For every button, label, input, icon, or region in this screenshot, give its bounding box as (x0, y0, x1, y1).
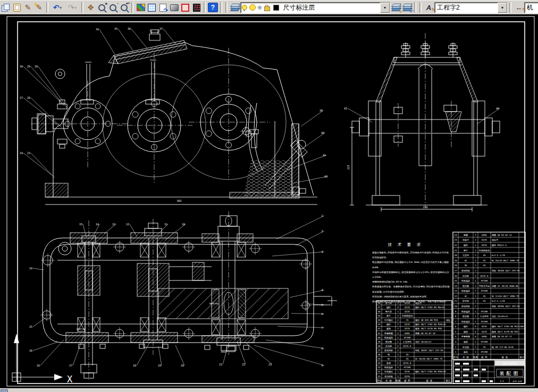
redo-dropdown-icon[interactable]: ▾ (75, 6, 77, 10)
svg-text:m=2.5 z=20: m=2.5 z=20 (492, 300, 505, 302)
svg-text:Q235-A: Q235-A (404, 345, 411, 347)
layer-combo-arrow[interactable]: ▼ (380, 3, 390, 13)
svg-text:45: 45 (483, 264, 486, 267)
redo-button[interactable]: ↷▾ (65, 2, 80, 13)
svg-text:滚动轴承: 滚动轴承 (461, 269, 470, 272)
svg-text:1: 1 (397, 375, 399, 378)
ole-object-button[interactable] (180, 2, 191, 13)
svg-text:46: 46 (496, 107, 499, 110)
dim-style-combobox[interactable]: 机 (524, 2, 538, 13)
layers-button[interactable] (229, 2, 240, 13)
svg-text:45: 45 (483, 254, 486, 257)
svg-text:垫圈: 垫圈 (464, 234, 468, 236)
svg-text:组合: 组合 (446, 319, 450, 322)
svg-text:1: 1 (475, 340, 476, 343)
cad-drawing[interactable]: 技 术 要 求 减速器装配前,所有零件用煤油清洗,滚动轴承用汽油清洗,机体内不允… (0, 14, 538, 388)
svg-text:2: 2 (397, 345, 399, 347)
svg-text:箱座: 箱座 (464, 340, 468, 343)
svg-text:检查减速器剖分面、各接触面及密封处,均不得漏油,剖分面允许涂: 检查减速器剖分面、各接触面及密封处,均不得漏油,剖分面允许涂以密封胶 (372, 285, 450, 288)
format-painter-button[interactable]: ✎ϟ (33, 2, 45, 13)
undo-dropdown-icon[interactable]: ▾ (60, 6, 62, 10)
zoom-window-button[interactable]: ▫ (107, 2, 119, 13)
undo-button[interactable]: ↶▾ (50, 2, 65, 13)
svg-text:9: 9 (455, 310, 457, 313)
svg-text:45: 45 (378, 314, 381, 317)
layer-combobox[interactable]: ❀ 尺寸标注层 ▼ (240, 2, 390, 13)
svg-text:40H7/k6: 40H7/k6 (209, 302, 218, 305)
svg-text:滚动轴承: 滚动轴承 (461, 305, 470, 308)
svg-text:箱盖: 箱盖 (464, 351, 468, 353)
svg-text:16: 16 (37, 364, 40, 367)
render-settings-button[interactable] (135, 2, 146, 13)
zoom-previous-button[interactable]: ↩ (119, 2, 130, 13)
svg-text:轴: 轴 (465, 264, 467, 267)
svg-text:1: 1 (397, 362, 399, 364)
preview-button[interactable] (169, 2, 180, 13)
svg-text:小于60%。: 小于60%。 (372, 276, 383, 278)
svg-text:1: 1 (397, 314, 399, 317)
svg-text:Q235: Q235 (482, 325, 487, 328)
layer-tools-button[interactable]: ↶ (401, 2, 413, 13)
svg-text:14: 14 (96, 223, 99, 226)
brush-button[interactable]: ✎ (22, 2, 33, 13)
zoom-inout-button[interactable]: ± (96, 2, 107, 13)
svg-text:65Mn: 65Mn (405, 332, 410, 335)
svg-text:挡油盘: 挡油盘 (462, 275, 469, 277)
calculator-button[interactable] (191, 2, 202, 13)
lightning-icon: ϟ (35, 2, 38, 8)
svg-text:1: 1 (455, 351, 457, 353)
svg-text:44: 44 (378, 319, 381, 321)
svg-text:45: 45 (483, 259, 486, 262)
svg-text:2: 2 (475, 275, 476, 277)
svg-text:标 准: 标 准 (426, 379, 433, 382)
svg-text:17: 17 (455, 269, 457, 272)
svg-text:4: 4 (455, 335, 457, 338)
svg-text:16: 16 (455, 275, 457, 277)
svg-text:油标尺: 油标尺 (463, 238, 469, 242)
technical-requirements: 技 术 要 求 减速器装配前,所有零件用煤油清洗,滚动轴承用汽油清洗,机体内不允… (372, 242, 450, 303)
svg-text:21: 21 (219, 363, 222, 366)
pan-button[interactable]: ✥ (85, 2, 96, 13)
clipboard-button[interactable] (11, 2, 22, 13)
title-block: 机械工程学院装配图1:2共1张 第1张 (453, 360, 525, 384)
svg-text:2: 2 (397, 319, 399, 321)
layer-manager-button[interactable] (146, 2, 157, 13)
current-layer-label: 尺寸标注层 (281, 3, 317, 12)
svg-text:1: 1 (397, 366, 399, 369)
pan-hand-icon: ✥ (88, 4, 94, 11)
svg-text:键: 键 (387, 357, 390, 360)
dim-style-button[interactable]: ↔✎ (513, 2, 524, 13)
text-style-button[interactable]: A✎ (423, 2, 434, 13)
svg-text:1: 1 (475, 295, 476, 297)
svg-text:减速器装配前,所有零件用煤油清洗,滚动轴承用汽油清洗,机体内: 减速器装配前,所有零件用煤油清洗,滚动轴承用汽油清洗,机体内不允许有 (372, 251, 449, 254)
svg-text:工业用革: 工业用革 (403, 340, 411, 343)
svg-text:32: 32 (378, 370, 381, 373)
help-button[interactable]: ? (207, 2, 218, 13)
svg-text:218: 218 (423, 206, 427, 209)
svg-text:22: 22 (455, 244, 457, 246)
svg-text:1: 1 (397, 353, 399, 356)
svg-text:1: 1 (397, 336, 399, 339)
text-style-combo-arrow[interactable]: ▼ (498, 3, 507, 13)
svg-text:2: 2 (397, 327, 399, 330)
svg-text:Q235: Q235 (405, 375, 410, 378)
copy-button[interactable] (0, 2, 11, 13)
drawing-canvas[interactable]: 技 术 要 求 减速器装配前,所有零件用煤油清洗,滚动轴承用汽油清洗,机体内不允… (0, 14, 538, 388)
svg-text:4: 4 (397, 306, 399, 309)
svg-text:47: 47 (378, 306, 381, 309)
svg-text:HT200: HT200 (481, 289, 488, 292)
svg-text:数量: 数量 (396, 379, 400, 382)
sheet-settings-button[interactable]: ↷ (157, 2, 169, 13)
calculator-icon (193, 4, 200, 12)
svg-text:m=2.5 z=79: m=2.5 z=79 (492, 254, 505, 257)
svg-text:23: 23 (455, 238, 457, 241)
svg-text:36: 36 (128, 27, 131, 30)
svg-text:键: 键 (464, 295, 467, 297)
svg-text:26: 26 (29, 349, 32, 352)
svg-text:机械工程学院: 机械工程学院 (502, 362, 517, 365)
svg-text:HT200: HT200 (404, 366, 411, 369)
text-style-combobox[interactable]: 工程字2 ▼ (434, 2, 508, 13)
svg-text:销 GB 117-86 8×35: 销 GB 117-86 8×35 (491, 346, 514, 348)
svg-text:Q235: Q235 (405, 310, 410, 313)
new-layer-button[interactable]: ✎ (390, 2, 401, 13)
